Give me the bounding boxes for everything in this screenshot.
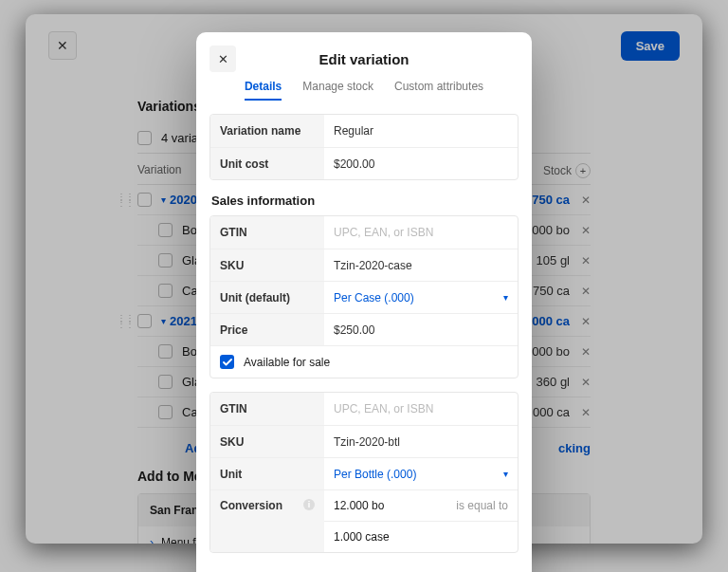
- sales-info-heading: Sales information: [211, 194, 519, 208]
- unit-label: Unit: [210, 458, 324, 489]
- available-for-sale-row[interactable]: Available for sale: [210, 345, 518, 378]
- available-checkbox[interactable]: [220, 355, 234, 369]
- price-input[interactable]: $250.00: [324, 314, 518, 345]
- gtin-label: GTIN: [210, 216, 324, 249]
- sku-input[interactable]: Tzin-2020-case: [324, 249, 518, 281]
- conversion-label: Conversion i: [210, 490, 324, 552]
- modal-tabs: Details Manage stock Custom attributes: [209, 80, 519, 101]
- unit-select[interactable]: Per Bottle (.000) ▾: [324, 458, 518, 489]
- unit-default-label: Unit (default): [210, 282, 324, 313]
- chevron-down-icon: ▾: [503, 292, 508, 303]
- tab-manage-stock[interactable]: Manage stock: [302, 80, 373, 101]
- sku-label: SKU: [210, 249, 324, 281]
- conversion-values: 12.000 bo is equal to 1.000 case: [324, 490, 518, 552]
- basic-info-card: Variation name Regular Unit cost $200.00: [209, 114, 519, 180]
- chevron-down-icon: ▾: [503, 469, 508, 479]
- gtin-input[interactable]: UPC, EAN, or ISBN: [324, 393, 518, 425]
- variation-name-label: Variation name: [210, 115, 324, 147]
- unit-cost-label: Unit cost: [210, 148, 324, 179]
- modal-title: Edit variation: [209, 51, 519, 67]
- gtin-label: GTIN: [210, 393, 324, 425]
- unit-cost-input[interactable]: $200.00: [324, 148, 518, 179]
- conversion-equals-text: is equal to: [456, 499, 508, 512]
- sales-info-card-1: GTIN UPC, EAN, or ISBN SKU Tzin-2020-cas…: [209, 215, 519, 378]
- sku-label: SKU: [210, 426, 324, 457]
- available-label: Available for sale: [244, 356, 330, 369]
- tab-details[interactable]: Details: [245, 80, 282, 101]
- gtin-input[interactable]: UPC, EAN, or ISBN: [324, 216, 518, 249]
- conversion-to-input[interactable]: 1.000 case: [334, 530, 390, 544]
- info-icon[interactable]: i: [303, 499, 315, 510]
- price-label: Price: [210, 314, 324, 345]
- edit-variation-modal: ✕ Edit variation Details Manage stock Cu…: [196, 32, 532, 572]
- unit-value: Per Bottle (.000): [334, 468, 416, 481]
- conversion-from-input[interactable]: 12.000 bo: [334, 499, 384, 512]
- variation-name-input[interactable]: Regular: [324, 115, 518, 147]
- unit-default-value: Per Case (.000): [334, 291, 414, 304]
- sku-input[interactable]: Tzin-2020-btl: [324, 426, 518, 457]
- sales-info-card-2: GTIN UPC, EAN, or ISBN SKU Tzin-2020-btl…: [209, 392, 519, 553]
- unit-default-select[interactable]: Per Case (.000) ▾: [324, 282, 518, 313]
- tab-custom-attributes[interactable]: Custom attributes: [394, 80, 483, 101]
